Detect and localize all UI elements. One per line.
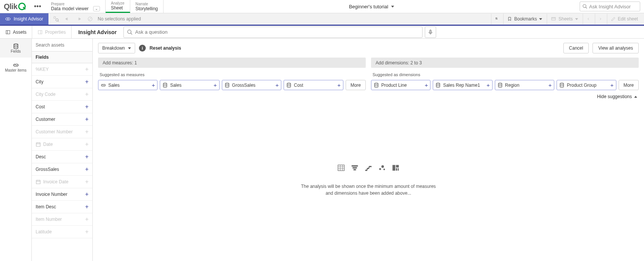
suggestion-chip[interactable]: Sales+ (98, 80, 157, 90)
suggestion-chip[interactable]: Product Group+ (557, 80, 616, 90)
analysis-type-label: Breakdown (102, 45, 125, 51)
asset-row[interactable]: Date+ (32, 138, 92, 151)
plus-icon[interactable]: + (85, 66, 89, 73)
plus-icon[interactable]: + (337, 82, 341, 88)
asset-row[interactable]: Customer+ (32, 113, 92, 126)
plus-icon[interactable]: + (85, 103, 89, 110)
plus-icon[interactable]: + (214, 82, 217, 88)
scatter-icon (378, 164, 386, 172)
properties-toggle[interactable]: Properties (32, 26, 72, 38)
plus-icon[interactable]: + (276, 82, 279, 88)
asset-label: Cost (36, 104, 85, 109)
plus-icon[interactable]: + (85, 178, 89, 185)
chip-label: Cost (294, 83, 335, 88)
plus-icon[interactable]: + (487, 82, 490, 88)
database-icon (497, 83, 503, 88)
suggestion-chip[interactable]: Cost+ (284, 80, 343, 90)
cancel-button[interactable]: Cancel (563, 43, 589, 53)
asset-row[interactable]: Invoice Number+ (32, 188, 92, 201)
plus-icon[interactable]: + (85, 78, 89, 85)
asset-row[interactable]: Customer Number+ (32, 126, 92, 138)
plus-icon[interactable]: + (85, 116, 89, 123)
nav-narrate[interactable]: Narrate Storytelling (130, 0, 164, 13)
microphone-button[interactable] (425, 27, 436, 38)
analysis-type-dropdown[interactable]: Breakdown (98, 43, 135, 53)
smart-search-icon[interactable] (51, 14, 61, 24)
asset-row[interactable]: Invoice Date+ (32, 176, 92, 188)
rail-fields[interactable]: Fields (0, 39, 31, 58)
asset-row[interactable]: Desc+ (32, 151, 92, 163)
qlik-logo: Qlik (0, 2, 30, 11)
plus-icon[interactable]: + (85, 191, 89, 198)
asset-row[interactable]: City+ (32, 76, 92, 88)
asset-row[interactable]: Latitude+ (32, 226, 92, 238)
nav-prepare[interactable]: Prepare Data model viewer ⌄ (46, 0, 106, 13)
plus-icon[interactable]: + (85, 91, 89, 98)
eye-icon (5, 16, 11, 22)
step-back-icon[interactable] (62, 14, 73, 24)
suggestion-chip[interactable]: GrossSales+ (222, 80, 281, 90)
suggestion-chip[interactable]: Sales Rep Name1+ (433, 80, 492, 90)
plus-icon[interactable]: + (85, 153, 89, 160)
plus-icon[interactable]: + (85, 228, 89, 235)
search-insight-top[interactable]: Ask Insight Advisor (580, 2, 640, 11)
panel-right-icon (37, 30, 43, 34)
asset-list[interactable]: %KEY+City+City Code+Cost+Customer+Custom… (32, 63, 92, 261)
chevron-down-icon[interactable]: ⌄ (93, 6, 100, 11)
sheets-button[interactable]: Sheets (547, 14, 582, 24)
svg-point-48 (384, 169, 385, 170)
nav-prepare-small: Prepare (51, 2, 100, 6)
nav-analyze[interactable]: Analyze Sheet (106, 0, 130, 13)
svg-rect-52 (398, 168, 399, 170)
plus-icon[interactable]: + (549, 82, 552, 88)
info-icon[interactable]: i (139, 45, 146, 52)
search-assets-input[interactable] (32, 39, 92, 52)
suggestion-chip[interactable]: Sales+ (160, 80, 219, 90)
plus-icon[interactable]: + (85, 216, 89, 223)
suggestion-chip[interactable]: Region+ (495, 80, 554, 90)
svg-rect-14 (497, 19, 497, 19)
asset-row[interactable]: %KEY+ (32, 63, 92, 76)
asset-row[interactable]: GrossSales+ (32, 163, 92, 176)
plus-icon[interactable]: + (610, 82, 614, 88)
plus-icon[interactable]: + (85, 166, 89, 173)
asset-row[interactable]: Cost+ (32, 101, 92, 113)
app-menu-icon[interactable]: ••• (30, 3, 46, 11)
plus-icon[interactable]: + (85, 203, 89, 210)
assets-toggle[interactable]: Assets (0, 26, 32, 38)
prev-sheet-button[interactable] (583, 14, 594, 24)
plus-icon[interactable]: + (152, 82, 155, 88)
edit-sheet-button[interactable]: Edit sheet (607, 14, 642, 24)
chip-label: Sales (170, 83, 211, 88)
asset-label: Customer Number (36, 129, 85, 134)
sheets-label: Sheets (558, 16, 572, 22)
plus-icon[interactable]: + (425, 82, 428, 88)
more-chip[interactable]: More (619, 80, 639, 90)
asset-row[interactable]: City Code+ (32, 88, 92, 101)
svg-rect-4 (54, 17, 56, 19)
bookmarks-button[interactable]: Bookmarks (503, 14, 546, 24)
calendar-icon (36, 179, 41, 184)
ask-question-box[interactable] (123, 27, 423, 38)
search-icon (582, 4, 588, 9)
hide-suggestions-toggle[interactable]: Hide suggestions (93, 90, 644, 99)
plus-icon[interactable]: + (85, 128, 89, 135)
add-measures-header[interactable]: Add measures: 1 (98, 58, 366, 68)
selections-tool-icon[interactable] (491, 14, 502, 24)
asset-row[interactable]: Item Desc+ (32, 201, 92, 213)
rail-master-items[interactable]: Master items (0, 58, 31, 77)
clear-selections-icon[interactable] (85, 14, 95, 24)
step-forward-icon[interactable] (73, 14, 84, 24)
insight-advisor-button[interactable]: Insight Advisor (0, 13, 48, 25)
svg-rect-49 (393, 165, 396, 170)
ask-question-input[interactable] (135, 29, 419, 35)
add-dimensions-header[interactable]: Add dimensions: 2 to 3 (371, 58, 639, 68)
suggestion-chip[interactable]: Product Line+ (371, 80, 430, 90)
app-title[interactable]: Beginner's tutorial (164, 4, 580, 9)
view-all-analyses-button[interactable]: View all analyses (593, 43, 639, 53)
next-sheet-button[interactable] (595, 14, 606, 24)
more-chip[interactable]: More (346, 80, 366, 90)
asset-row[interactable]: Item Number+ (32, 213, 92, 226)
reset-analysis-link[interactable]: Reset analysis (150, 45, 181, 51)
plus-icon[interactable]: + (85, 141, 89, 148)
